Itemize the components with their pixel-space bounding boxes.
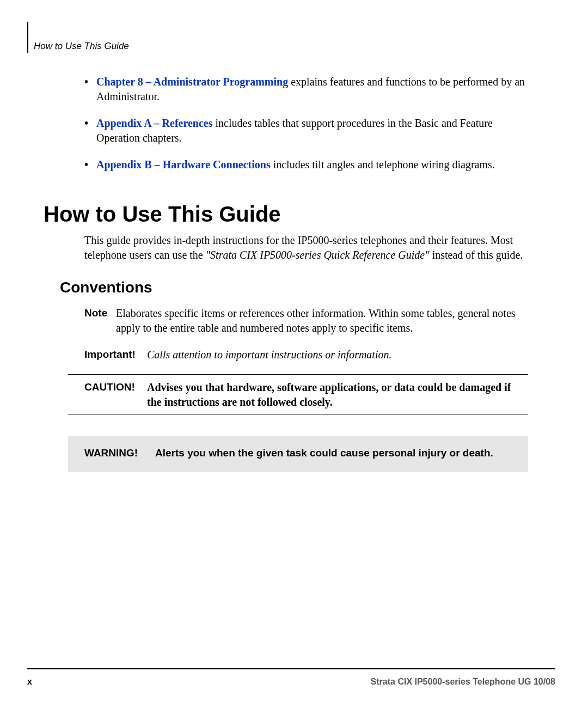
convention-warning: WARNING! Alerts you when the given task … bbox=[84, 446, 516, 460]
intro-paragraph: This guide provides in-depth instruction… bbox=[84, 233, 528, 263]
bullet-text: Appendix B – Hardware Connections includ… bbox=[96, 157, 495, 172]
note-label: Note bbox=[84, 306, 116, 335]
important-label: Important! bbox=[84, 347, 147, 362]
warning-label: WARNING! bbox=[84, 446, 155, 460]
link-appendix-b[interactable]: Appendix B – Hardware Connections bbox=[96, 158, 271, 170]
link-chapter-8[interactable]: Chapter 8 – Administrator Programming bbox=[96, 76, 288, 88]
caution-label: CAUTION! bbox=[84, 380, 147, 410]
subsection-heading: Conventions bbox=[60, 279, 555, 296]
warning-box: WARNING! Alerts you when the given task … bbox=[68, 436, 528, 472]
convention-important: Important! Calls attention to important … bbox=[84, 347, 528, 362]
bullet-marker: • bbox=[84, 116, 96, 145]
intro-italic: "Strata CIX IP5000-series Quick Referenc… bbox=[206, 249, 430, 261]
bullet-item: • Chapter 8 – Administrator Programming … bbox=[84, 75, 534, 104]
bullet-marker: • bbox=[84, 75, 96, 104]
note-text: Elaborates specific items or references … bbox=[116, 306, 528, 335]
important-text: Calls attention to important instruction… bbox=[147, 347, 528, 362]
link-appendix-a[interactable]: Appendix A – References bbox=[96, 117, 213, 129]
bullet-item: • Appendix B – Hardware Connections incl… bbox=[84, 157, 534, 172]
bullet-text: Chapter 8 – Administrator Programming ex… bbox=[96, 75, 534, 104]
bullet-item: • Appendix A – References includes table… bbox=[84, 116, 534, 145]
bullet-rest: includes tilt angles and telephone wirin… bbox=[271, 158, 495, 170]
running-head: How to Use This Guide bbox=[34, 22, 555, 53]
warning-text: Alerts you when the given task could cau… bbox=[155, 446, 516, 460]
page: How to Use This Guide • Chapter 8 – Admi… bbox=[0, 0, 588, 714]
bullet-list: • Chapter 8 – Administrator Programming … bbox=[84, 75, 534, 172]
footer-text: Strata CIX IP5000-series Telephone UG 10… bbox=[371, 677, 555, 687]
divider bbox=[68, 414, 528, 414]
divider bbox=[68, 374, 528, 375]
section-heading: How to Use This Guide bbox=[44, 202, 555, 227]
convention-note: Note Elaborates specific items or refere… bbox=[84, 306, 528, 335]
footer: x Strata CIX IP5000-series Telephone UG … bbox=[27, 668, 555, 687]
bullet-marker: • bbox=[84, 157, 96, 172]
convention-caution: CAUTION! Advises you that hardware, soft… bbox=[84, 380, 528, 410]
caution-text: Advises you that hardware, software appl… bbox=[147, 380, 528, 410]
intro-part2: instead of this guide. bbox=[430, 249, 523, 261]
bullet-text: Appendix A – References includes tables … bbox=[96, 116, 534, 145]
header-block: How to Use This Guide bbox=[27, 22, 555, 53]
page-number: x bbox=[27, 677, 32, 687]
